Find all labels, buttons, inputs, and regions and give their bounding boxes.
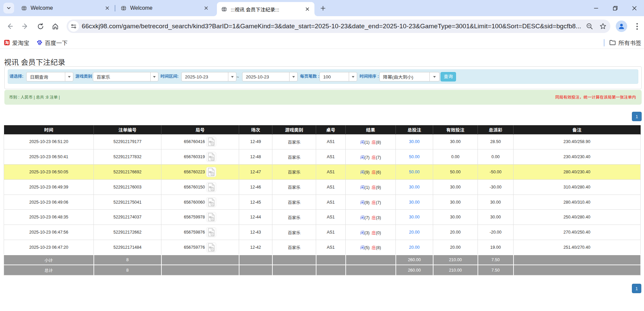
bookmark-baidu[interactable]: du 百度一下 bbox=[37, 38, 68, 47]
caret-down-icon bbox=[352, 76, 354, 78]
result-player-points: (7) bbox=[365, 215, 370, 220]
sum-label: 小计 bbox=[4, 255, 94, 265]
globe-icon bbox=[221, 6, 227, 12]
zoom-indicator-button[interactable] bbox=[583, 20, 596, 33]
pagination-page-1-top[interactable]: 1 bbox=[632, 112, 642, 121]
back-button[interactable] bbox=[4, 21, 15, 32]
video-replay-button[interactable] bbox=[206, 197, 216, 207]
all-bookmarks-button[interactable]: 所有书签 bbox=[604, 36, 641, 49]
cell-bet-id: 522912174037 bbox=[94, 210, 161, 225]
tab-close-icon[interactable] bbox=[304, 6, 310, 12]
video-replay-button[interactable] bbox=[206, 137, 216, 147]
cell-valid-bet: 50.00 bbox=[433, 165, 478, 180]
date-end-dropdown-button[interactable] bbox=[289, 72, 297, 81]
result-player-label: 闲 bbox=[360, 215, 365, 220]
svg-text:淘: 淘 bbox=[5, 40, 9, 45]
chevron-down-icon bbox=[6, 6, 11, 10]
total-bet-link[interactable]: 50.00 bbox=[409, 170, 419, 174]
site-settings-button[interactable] bbox=[68, 21, 79, 32]
game-type-dropdown-button[interactable] bbox=[150, 72, 158, 81]
round-number: 656760060 bbox=[184, 200, 205, 205]
query-type-dropdown-button[interactable] bbox=[65, 72, 73, 81]
sort-order-dropdown-button[interactable] bbox=[429, 72, 439, 81]
total-bet-link[interactable]: 30.00 bbox=[409, 139, 419, 144]
video-replay-button[interactable] bbox=[206, 227, 216, 237]
date-end-input[interactable] bbox=[242, 72, 289, 81]
page-content: 视讯 会员下注纪录 请选择: 游戏类别 时间区间: ~ 每页笔数 bbox=[0, 49, 644, 311]
window-minimize-button[interactable] bbox=[586, 0, 606, 16]
cell-total-bet: 50.00 bbox=[396, 149, 433, 165]
folder-icon bbox=[609, 40, 616, 45]
tab-close-icon[interactable] bbox=[203, 5, 209, 11]
date-start-input[interactable] bbox=[182, 72, 228, 81]
tab-welcome-1[interactable]: Welcome bbox=[17, 0, 114, 16]
tune-icon bbox=[71, 24, 76, 29]
date-start-dropdown-button[interactable] bbox=[228, 72, 236, 81]
per-page-dropdown-button[interactable] bbox=[349, 72, 357, 81]
video-replay-button[interactable] bbox=[206, 152, 216, 162]
cell-time: 2025-10-23 06:51:20 bbox=[4, 134, 94, 149]
per-page-input[interactable] bbox=[320, 72, 349, 81]
bookmark-star-button[interactable] bbox=[596, 20, 610, 33]
sort-order-input[interactable] bbox=[380, 72, 429, 81]
query-type-input[interactable] bbox=[27, 72, 65, 81]
table-header-row: 时间 注单编号 局号 场次 游戏类别 桌号 结果 总投注 有效投注 总派彩 备注 bbox=[4, 125, 641, 134]
tab-strip: Welcome Welcome :::视讯 会员下注纪录::: bbox=[0, 0, 644, 16]
cell-total-bet: 30.00 bbox=[396, 134, 433, 149]
result-player-label: 闲 bbox=[360, 231, 365, 235]
bookmark-taobao[interactable]: 淘 爱淘宝 bbox=[4, 38, 29, 47]
round-number: 656759978 bbox=[184, 215, 205, 219]
window-restore-button[interactable] bbox=[606, 0, 625, 16]
date-range-tilde: ~ bbox=[236, 70, 239, 84]
video-replay-button[interactable] bbox=[206, 212, 216, 222]
total-bet-link[interactable]: 50.00 bbox=[409, 154, 419, 159]
tab-active-betrecord[interactable]: :::视讯 会员下注纪录::: bbox=[217, 2, 314, 16]
total-bet-link[interactable]: 20.00 bbox=[409, 245, 419, 250]
profile-avatar-button[interactable] bbox=[616, 21, 627, 32]
cell-payout: 19.00 bbox=[478, 240, 514, 255]
sort-order-label: 时间排序 : bbox=[359, 70, 379, 83]
col-header-game-type: 游戏类别 bbox=[272, 125, 316, 134]
round-number: 656759876 bbox=[184, 230, 205, 235]
tab-search-button[interactable] bbox=[3, 3, 14, 13]
new-tab-button[interactable] bbox=[318, 3, 328, 13]
total-bet-link[interactable]: 20.00 bbox=[409, 230, 419, 235]
bookmarks-divider bbox=[604, 39, 605, 46]
pagination-page-1-bottom[interactable]: 1 bbox=[632, 284, 641, 293]
cell-round: 656759776 bbox=[161, 240, 239, 255]
table-row: 2025-10-23 06:48:35 522912174037 6567599… bbox=[4, 210, 641, 225]
bookmarks-bar: 淘 爱淘宝 du 百度一下 所有书签 bbox=[0, 36, 644, 49]
address-bar[interactable]: 66cxkj98.com/game/betrecord_search/kind3… bbox=[67, 20, 610, 33]
cell-time: 2025-10-23 06:50:05 bbox=[4, 165, 94, 180]
tab-close-icon[interactable] bbox=[104, 5, 110, 11]
video-replay-button[interactable] bbox=[206, 182, 216, 192]
cell-payout: 30.00 bbox=[478, 210, 514, 225]
total-bet-link[interactable]: 30.00 bbox=[409, 200, 419, 205]
forward-button[interactable] bbox=[20, 21, 31, 32]
cell-table: AS1 bbox=[316, 225, 346, 240]
cell-time: 2025-10-23 06:47:20 bbox=[4, 240, 94, 255]
video-replay-button[interactable] bbox=[206, 167, 216, 177]
cell-total-bet: 30.00 bbox=[396, 195, 433, 210]
video-replay-button[interactable] bbox=[206, 242, 216, 252]
tab-welcome-2[interactable]: Welcome bbox=[117, 0, 213, 16]
result-banker-points: (8) bbox=[376, 140, 381, 145]
home-button[interactable] bbox=[49, 21, 61, 32]
cell-bet-id: 522912176692 bbox=[94, 165, 161, 180]
table-row: 2025-10-23 06:47:56 522912172662 6567598… bbox=[4, 225, 641, 240]
result-player-label: 闲 bbox=[360, 155, 365, 160]
search-button[interactable]: 查询 bbox=[441, 72, 456, 81]
cell-session: 12-49 bbox=[239, 134, 272, 149]
total-bet-link[interactable]: 30.00 bbox=[409, 185, 419, 189]
window-close-button[interactable] bbox=[625, 0, 644, 16]
cell-total-bet: 20.00 bbox=[396, 225, 433, 240]
game-type-input[interactable] bbox=[93, 72, 150, 81]
browser-menu-button[interactable] bbox=[632, 21, 642, 32]
per-page-combobox bbox=[319, 72, 357, 81]
reload-button[interactable] bbox=[35, 21, 46, 32]
result-player-label: 闲 bbox=[360, 200, 365, 205]
url-text[interactable]: 66cxkj98.com/game/betrecord_search/kind3… bbox=[82, 23, 583, 30]
total-bet-link[interactable]: 30.00 bbox=[409, 215, 419, 219]
cell-total-bet: 20.00 bbox=[396, 240, 433, 255]
minimize-icon bbox=[594, 6, 598, 10]
